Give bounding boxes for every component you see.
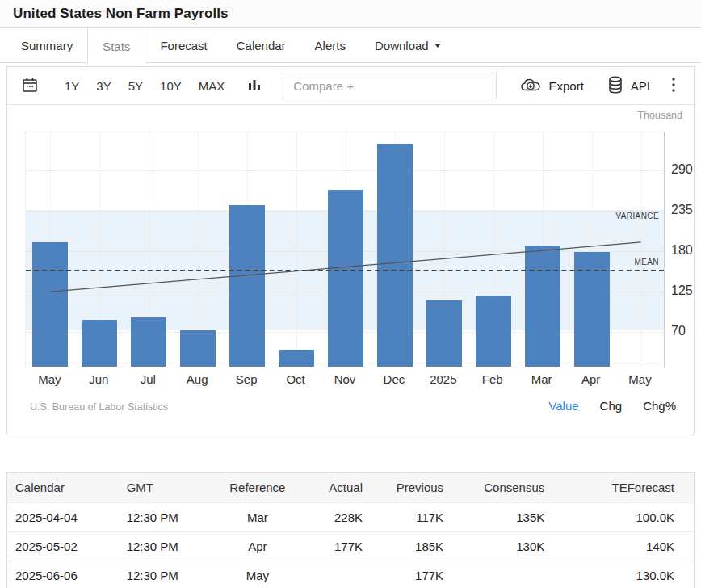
tab-alerts[interactable]: Alerts [300, 28, 360, 62]
bar-aug[interactable] [180, 330, 216, 367]
bar-2025[interactable] [426, 300, 462, 367]
x-tick-label: Jul [124, 372, 172, 386]
calendar-button[interactable] [20, 75, 40, 97]
tab-download[interactable]: Download [360, 28, 455, 62]
tab-forecast[interactable]: Forecast [145, 28, 221, 62]
chart-area: Thousand VARIANCEMEAN 70125180235290 May… [7, 105, 694, 435]
series-link-value[interactable]: Value [548, 399, 578, 413]
table-cell: 177K [371, 561, 451, 588]
mean-line [26, 270, 664, 271]
range-button-1y[interactable]: 1Y [64, 78, 80, 94]
column-header-gmt: GMT [120, 472, 217, 503]
export-label: Export [548, 79, 583, 93]
range-button-10y[interactable]: 10Y [159, 78, 183, 94]
chevron-down-icon [434, 44, 441, 48]
table-header-row: CalendarGMTReferenceActualPreviousConsen… [7, 472, 695, 503]
column-header-actual: Actual [298, 472, 371, 503]
x-tick-label: Jun [74, 372, 123, 386]
table-cell: 177K [298, 532, 371, 561]
series-toggle-links: ValueChgChg% [527, 399, 676, 413]
cloud-download-icon [519, 76, 548, 96]
range-button-3y[interactable]: 3Y [95, 78, 111, 94]
compare-input[interactable] [283, 73, 497, 99]
column-header-teforecast: TEForecast [552, 472, 694, 503]
y-tick-label: 235 [671, 203, 693, 217]
range-button-max[interactable]: MAX [198, 78, 226, 94]
table-cell: 140K [552, 532, 694, 561]
bar-mar[interactable] [525, 246, 560, 367]
table-cell: 100.0K [552, 503, 694, 532]
table-cell: 135K [451, 503, 552, 532]
bar-oct[interactable] [279, 350, 314, 367]
bar-jul[interactable] [131, 317, 166, 367]
toolbar-right: Export API [497, 75, 682, 97]
table-cell: 12:30 PM [120, 532, 217, 561]
x-tick-label: Mar [518, 372, 566, 386]
tab-stats[interactable]: Stats [87, 28, 145, 64]
chart-type-button[interactable] [246, 76, 262, 96]
table-cell: 12:30 PM [120, 561, 217, 588]
page-title: United States Non Farm Payrolls [13, 6, 229, 22]
tab-label: Alerts [315, 39, 346, 52]
mean-label: MEAN [635, 258, 660, 267]
table-cell: 2025-04-04 [7, 503, 120, 532]
tab-calendar[interactable]: Calendar [222, 28, 300, 62]
variance-label: VARIANCE [615, 212, 659, 220]
bar-may[interactable] [32, 242, 68, 367]
x-tick-label: 2025 [419, 372, 468, 386]
more-options-button[interactable] [671, 76, 682, 96]
y-tick-label: 125 [671, 284, 693, 298]
table-cell [451, 561, 552, 588]
api-button[interactable]: API [607, 75, 650, 97]
bar-dec[interactable] [377, 144, 413, 367]
x-tick-label: Dec [370, 372, 418, 386]
table-cell: 117K [371, 503, 451, 532]
column-header-calendar: Calendar [7, 472, 120, 503]
page-header: United States Non Farm Payrolls [0, 0, 701, 28]
bar-jun[interactable] [82, 320, 117, 367]
tab-label: Download [375, 39, 429, 52]
tab-summary[interactable]: Summary [6, 28, 87, 62]
export-button[interactable]: Export [519, 76, 583, 96]
x-tick-label: Sep [222, 372, 271, 386]
series-link-chg[interactable]: Chg [600, 399, 623, 413]
x-tick-label: Feb [468, 372, 517, 386]
range-button-5y[interactable]: 5Y [128, 78, 144, 94]
table-row[interactable]: 2025-04-0412:30 PMMar228K117K135K100.0K [7, 503, 695, 532]
table-cell: 130.0K [552, 561, 694, 588]
table-cell: Apr [217, 532, 298, 561]
api-label: API [631, 79, 650, 93]
bar-sep[interactable] [229, 205, 265, 367]
table-cell: 12:30 PM [120, 503, 217, 532]
table-cell: 228K [298, 503, 371, 532]
column-header-consensus: Consensus [451, 472, 552, 503]
table-cell: 185K [371, 532, 451, 561]
calendar-icon [20, 75, 40, 97]
database-icon [607, 75, 631, 97]
table-cell: May [217, 561, 298, 588]
column-header-reference: Reference [217, 472, 298, 503]
series-link-chgpct[interactable]: Chg% [643, 399, 676, 413]
calendar-table: CalendarGMTReferenceActualPreviousConsen… [6, 472, 695, 588]
x-tick-label: Apr [567, 372, 615, 386]
x-tick-label: Nov [321, 372, 369, 386]
x-tick-label: Oct [271, 372, 320, 386]
y-tick-label: 290 [671, 162, 693, 177]
bar-feb[interactable] [476, 296, 511, 367]
tab-bar: SummaryStatsForecastCalendarAlertsDownlo… [0, 28, 701, 63]
x-tick-label: Aug [173, 372, 221, 386]
table-cell: 2025-06-06 [7, 561, 120, 588]
source-credit: U.S. Bureau of Labor Statistics [30, 401, 168, 413]
y-tick-label: 180 [671, 243, 693, 258]
tab-label: Calendar [237, 39, 286, 52]
bar-nov[interactable] [328, 190, 363, 367]
gridline-x [296, 132, 297, 367]
y-tick-label: 70 [671, 324, 686, 338]
gridline-x [641, 132, 642, 367]
table-row[interactable]: 2025-05-0212:30 PMApr177K185K130K140K [7, 532, 695, 561]
tab-label: Forecast [160, 39, 207, 52]
chart-toolbar: 1Y3Y5Y10YMAX Export [7, 67, 694, 105]
plot-area: VARIANCEMEAN [25, 132, 665, 368]
table-row[interactable]: 2025-06-0612:30 PMMay177K130.0K [7, 561, 695, 588]
x-tick-label: May [25, 372, 73, 386]
